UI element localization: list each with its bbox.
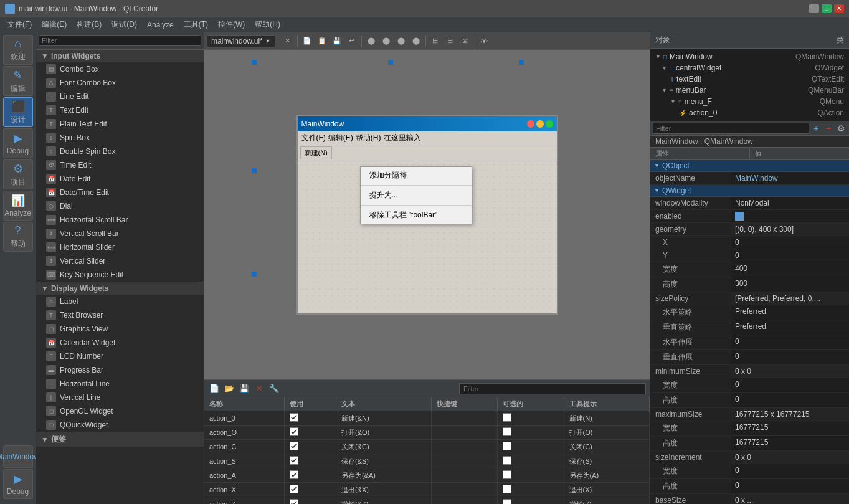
prop-row-vstretch[interactable]: 垂直伸展 0	[650, 350, 849, 365]
table-row[interactable]: action_S 保存(&S) 保存(S)	[204, 454, 650, 468]
widget-time-edit[interactable]: ⏱Time Edit	[36, 158, 204, 172]
ctx-add-separator[interactable]: 添加分隔符	[361, 167, 472, 184]
form-max[interactable]	[546, 120, 553, 128]
toolbar-help[interactable]: ? 帮助	[3, 222, 33, 252]
menu-file[interactable]: 文件(F)	[2, 18, 37, 31]
prop-value-minheight[interactable]: 0	[731, 393, 849, 407]
prop-value-geometry[interactable]: [(0, 0), 400 x 300]	[731, 223, 849, 235]
widget-key-sequence-edit[interactable]: ⌨Key Sequence Edit	[36, 268, 204, 282]
widget-plain-text-edit[interactable]: TPlain Text Edit	[36, 117, 204, 131]
tree-item-menubar[interactable]: ▼ ≡ menuBar QMenuBar	[653, 85, 847, 96]
widget-graphics-view[interactable]: ◻Graphics View	[36, 322, 204, 336]
close-file-button[interactable]: ✕	[281, 34, 295, 48]
widget-font-combo-box[interactable]: AFont Combo Box	[36, 76, 204, 90]
prop-row-maxheight[interactable]: 高度 16777215	[650, 436, 849, 451]
menu-tools[interactable]: 工具(T)	[179, 18, 213, 31]
table-row[interactable]: action_0 新建(&N) 新建(N)	[204, 411, 650, 426]
widget-horizontal-scrollbar[interactable]: ⟺Horizontal Scroll Bar	[36, 213, 204, 227]
prop-section-qwidget[interactable]: ▼ QWidget	[650, 185, 849, 197]
table-row[interactable]: action_X 退出(&X) 退出(X)	[204, 483, 650, 497]
toolbar-align-bottom[interactable]: ⬤	[409, 34, 423, 48]
checkable-checkbox[interactable]	[503, 485, 511, 493]
widget-progress-bar[interactable]: ▬Progress Bar	[36, 363, 204, 377]
category-notes[interactable]: ▼ 便签	[36, 432, 204, 447]
prop-value-vpolicy[interactable]: Preferred	[731, 320, 849, 335]
prop-value-height[interactable]: 300	[731, 277, 849, 292]
prop-row-minheight[interactable]: 高度 0	[650, 393, 849, 408]
widget-combo-box[interactable]: ▤Combo Box	[36, 62, 204, 76]
form-window[interactable]: MainWindow 文件(F) 编辑(E) 帮助(H) 在这里输入 新建(N)	[296, 115, 558, 315]
form-menu-edit[interactable]: 编辑(E)	[328, 133, 353, 143]
action-tools-btn[interactable]: 🔧	[268, 383, 280, 395]
tree-item-central[interactable]: ▼ □ centralWidget QWidget	[653, 62, 847, 74]
action-save-btn[interactable]: 💾	[238, 383, 250, 395]
prop-row-maxwidth[interactable]: 宽度 16777215	[650, 421, 849, 436]
used-checkbox[interactable]	[290, 427, 298, 436]
prop-value-minsize[interactable]: 0 x 0	[731, 365, 849, 378]
widget-horizontal-line[interactable]: —Horizontal Line	[36, 377, 204, 391]
widget-line-edit[interactable]: —Line Edit	[36, 90, 204, 103]
prop-row-hstretch[interactable]: 水平伸展 0	[650, 335, 849, 350]
tree-item-mainwindow[interactable]: ▼ □ MainWindow QMainWindow	[653, 51, 847, 62]
prop-value-sinc-height[interactable]: 0	[731, 479, 849, 493]
toolbar-btn-2[interactable]: 📋	[315, 34, 329, 48]
widget-calendar[interactable]: 📅Calendar Widget	[36, 336, 204, 349]
widget-text-browser[interactable]: TText Browser	[36, 308, 204, 322]
prop-row-width[interactable]: 宽度 400	[650, 262, 849, 277]
used-checkbox[interactable]	[290, 485, 298, 493]
action-open-btn[interactable]: 📂	[223, 383, 235, 395]
checkable-checkbox[interactable]	[503, 470, 511, 479]
form-menu-input[interactable]: 在这里输入	[384, 133, 421, 143]
property-filter-input[interactable]	[653, 123, 809, 134]
action-filter-input[interactable]	[459, 383, 646, 394]
checkable-checkbox[interactable]	[503, 427, 511, 436]
prop-row-basesize[interactable]: baseSize 0 x ...	[650, 494, 849, 504]
used-checkbox[interactable]	[290, 456, 298, 465]
prop-filter-settings[interactable]: ⚙	[835, 123, 847, 134]
toolbar-debug2[interactable]: ▶ Debug	[3, 469, 33, 499]
table-row[interactable]: action_O 打开(&O) 打开(O)	[204, 426, 650, 440]
form-menu-file[interactable]: 文件(F)	[301, 133, 326, 143]
widget-vertical-line[interactable]: |Vertical Line	[36, 391, 204, 404]
toolbar-btn-4[interactable]: ↩	[345, 34, 359, 48]
toolbar-analyze[interactable]: 📊 Analyze	[3, 191, 33, 221]
prop-value-enabled[interactable]	[731, 210, 849, 222]
toolbar-align-top[interactable]: ⬤	[394, 34, 408, 48]
checkable-checkbox[interactable]	[503, 499, 511, 504]
toolbar-form-btn[interactable]: ⊟	[443, 34, 457, 48]
table-row[interactable]: action_Z 撤销(&Z) 撤销(Z)	[204, 497, 650, 505]
toolbar-align-right[interactable]: ⬤	[379, 34, 393, 48]
widget-qquick[interactable]: ◻QQuickWidget	[36, 418, 204, 432]
prop-row-hpolicy[interactable]: 水平策略 Preferred	[650, 305, 849, 320]
prop-value-hstretch[interactable]: 0	[731, 335, 849, 349]
prop-value-basesize[interactable]: 0 x ...	[731, 494, 849, 504]
category-display-widgets[interactable]: ▼ Display Widgets	[36, 282, 204, 295]
prop-value-windowmodality[interactable]: NonModal	[731, 197, 849, 209]
prop-section-qobject[interactable]: ▼ QObject	[650, 160, 849, 172]
widget-dial[interactable]: ◎Dial	[36, 199, 204, 213]
toolbar-grid-btn[interactable]: ⊞	[429, 34, 442, 48]
menu-help[interactable]: 帮助(H)	[250, 18, 285, 31]
prop-value-minwidth[interactable]: 0	[731, 378, 849, 392]
menu-analyze[interactable]: Analyze	[142, 19, 179, 31]
prop-row-height[interactable]: 高度 300	[650, 277, 849, 292]
widget-label[interactable]: ALabel	[36, 295, 204, 308]
prop-filter-remove[interactable]: −	[823, 123, 834, 134]
toolbar-btn-3[interactable]: 💾	[330, 34, 344, 48]
widget-double-spin-box[interactable]: ↕Double Spin Box	[36, 145, 204, 158]
checkable-checkbox[interactable]	[503, 442, 511, 450]
prop-row-objectname[interactable]: objectName MainWindow	[650, 172, 849, 185]
category-input-widgets[interactable]: ▼ Input Widgets	[36, 49, 204, 62]
prop-row-minwidth[interactable]: 宽度 0	[650, 378, 849, 393]
form-menu-help[interactable]: 帮助(H)	[356, 133, 381, 143]
prop-value-maxheight[interactable]: 16777215	[731, 436, 849, 450]
prop-row-sinc-height[interactable]: 高度 0	[650, 479, 849, 494]
toolbar-align-left[interactable]: ⬤	[364, 34, 378, 48]
table-row[interactable]: action_C 关闭(&C) 关闭(C)	[204, 440, 650, 454]
form-min[interactable]	[536, 120, 544, 128]
prop-value-objectname[interactable]: MainWindow	[731, 172, 849, 184]
action-new-btn[interactable]: 📄	[208, 383, 221, 395]
widget-spin-box[interactable]: ↕Spin Box	[36, 131, 204, 145]
prop-value-maxwidth[interactable]: 16777215	[731, 421, 849, 435]
prop-row-windowmodality[interactable]: windowModality NonModal	[650, 197, 849, 210]
